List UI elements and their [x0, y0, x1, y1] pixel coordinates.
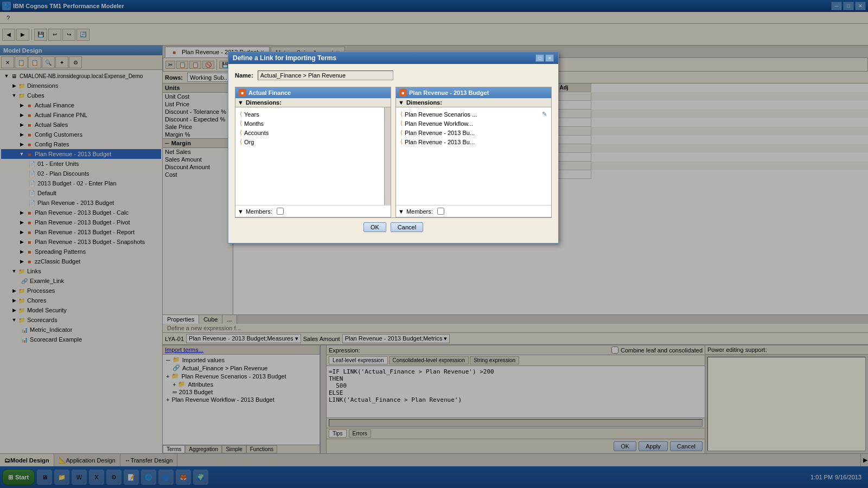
right-dim-2[interactable]: ⟨ Plan Revenue Workflow... [398, 119, 549, 128]
modal-right-members: ▼ Members: [396, 205, 551, 217]
left-dim-container: ⟨ Years ⟨ Months ⟨ Accounts [235, 107, 391, 205]
modal-right-list: ⟨ Plan Revenue Scenarios ... ✎ ⟨ Plan Re… [396, 107, 551, 205]
dim-icon4: ⟨ [240, 138, 242, 145]
dim-icon5: ⟨ [400, 111, 403, 118]
members-label: Members: [246, 208, 272, 215]
triangle-icon2: ▼ [238, 208, 244, 215]
modal-ok-btn[interactable]: OK [363, 222, 386, 232]
modal-content: Name: (function() { var inp = document.q… [228, 64, 558, 243]
modal-name-row: Name: (function() { var inp = document.q… [235, 70, 552, 80]
dim-label8: Plan Revenue - 2013 Bu... [405, 139, 475, 145]
members-checkbox-right[interactable] [437, 208, 444, 215]
modal-title: Define a Link for Importing Terms [233, 54, 336, 62]
dim-icon3: ⟨ [240, 129, 242, 136]
modal-footer: OK Cancel [235, 217, 552, 236]
modal-left-dimensions-label: ▼ Dimensions: [235, 98, 391, 107]
right-panel-title: Plan Revenue - 2013 Budget [409, 89, 489, 96]
dimensions-label: Dimensions: [246, 99, 282, 106]
modal-overlay: Define a Link for Importing Terms □ ✕ Na… [0, 0, 868, 488]
modal-controls[interactable]: □ ✕ [535, 54, 554, 62]
triangle-icon3: ▼ [398, 99, 404, 106]
dim-icon8: ⟨ [400, 138, 403, 145]
modal-close-btn[interactable]: ✕ [545, 54, 554, 62]
left-panel-title: Actual Finance [248, 89, 291, 96]
dimensions-label2: Dimensions: [406, 99, 442, 106]
dim-years[interactable]: ⟨ Years [238, 110, 388, 119]
modal-cancel-btn[interactable]: Cancel [391, 222, 423, 232]
name-input[interactable] [258, 70, 393, 80]
dim-label: Years [244, 111, 259, 118]
dim-label3: Accounts [244, 130, 269, 136]
name-label: Name: [235, 72, 253, 79]
define-link-modal: Define a Link for Importing Terms □ ✕ Na… [228, 52, 559, 243]
dim-icon7: ⟨ [400, 129, 403, 136]
modal-left-list: ⟨ Years ⟨ Months ⟨ Accounts [235, 107, 391, 205]
modal-right-header: ■ Plan Revenue - 2013 Budget [396, 87, 551, 98]
left-scrollbar[interactable] [384, 107, 391, 205]
members-label2: Members: [406, 208, 433, 215]
dim-label4: Org [244, 139, 254, 145]
dim-icon: ⟨ [240, 111, 242, 118]
modal-left-panel: ■ Actual Finance ▼ Dimensions: ⟨ Years [235, 87, 391, 217]
right-dim-3[interactable]: ⟨ Plan Revenue - 2013 Bu... [398, 128, 549, 137]
triangle-icon4: ▼ [398, 208, 404, 215]
right-cube-icon: ■ [399, 89, 407, 97]
modal-restore-btn[interactable]: □ [535, 54, 544, 62]
left-cube-icon: ■ [239, 89, 246, 97]
dim-label7: Plan Revenue - 2013 Bu... [405, 130, 475, 136]
modal-left-header: ■ Actual Finance [235, 87, 391, 98]
modal-right-dimensions-label: ▼ Dimensions: [396, 98, 551, 107]
dim-label6: Plan Revenue Workflow... [405, 120, 473, 127]
members-checkbox-left[interactable] [277, 208, 284, 215]
edit-icon[interactable]: ✎ [542, 111, 547, 118]
dim-label2: Months [244, 120, 264, 127]
dim-icon2: ⟨ [240, 120, 242, 127]
dim-org[interactable]: ⟨ Org [238, 137, 388, 146]
modal-right-panel: ■ Plan Revenue - 2013 Budget ▼ Dimension… [395, 87, 552, 217]
modal-title-bar: Define a Link for Importing Terms □ ✕ [228, 52, 558, 64]
modal-left-members: ▼ Members: [235, 205, 391, 217]
dim-months[interactable]: ⟨ Months [238, 119, 388, 128]
right-dim-1[interactable]: ⟨ Plan Revenue Scenarios ... ✎ [398, 110, 549, 119]
dim-icon6: ⟨ [400, 120, 403, 127]
right-dim-4[interactable]: ⟨ Plan Revenue - 2013 Bu... [398, 137, 549, 146]
modal-panels: ■ Actual Finance ▼ Dimensions: ⟨ Years [235, 87, 552, 217]
triangle-icon: ▼ [238, 99, 244, 106]
dim-label5: Plan Revenue Scenarios ... [405, 111, 477, 118]
dim-accounts[interactable]: ⟨ Accounts [238, 128, 388, 137]
